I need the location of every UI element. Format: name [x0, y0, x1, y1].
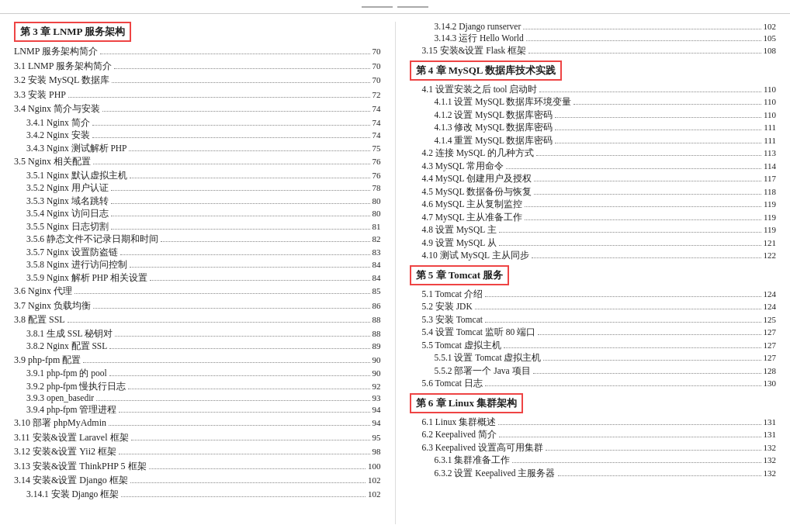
- toc-page-number: 102: [764, 22, 777, 31]
- toc-dots: [130, 482, 366, 483]
- toc-dots: [499, 245, 761, 246]
- toc-dots: [485, 296, 761, 297]
- toc-item-label: 4.8 设置 MySQL 主: [422, 224, 497, 236]
- left-column: 第 3 章 LNMP 服务架构 LNMP 服务架构简介703.1 LNMP 服务…: [0, 14, 395, 532]
- toc-dots: [114, 68, 370, 69]
- toc-item-label: 4.1.2 设置 MySQL 数据库密码: [435, 109, 553, 121]
- toc-dots: [100, 54, 370, 54]
- right-top-toc: 3.14.2 Django runserver1023.14.3 运行 Hell…: [410, 22, 777, 57]
- toc-line: 3.5.8 Nginx 进行访问控制84: [14, 259, 381, 271]
- toc-page-number: 114: [764, 161, 776, 171]
- toc-page-number: 124: [764, 302, 777, 311]
- toc-dots: [130, 267, 370, 268]
- chapter5-label: 第 5 章 Tomcat 服务: [416, 268, 504, 282]
- right-toc4: 4.1 设置安装之后 tool 启动时1104.1.1 设置 MySQL 数据库…: [410, 84, 777, 262]
- toc-item-label: 3.2 安装 MySQL 数据库: [14, 74, 109, 87]
- toc-item-label: 5.5.1 设置 Tomcat 虚拟主机: [435, 352, 542, 364]
- toc-page-number: 90: [372, 368, 381, 378]
- toc-page-number: 121: [764, 238, 777, 247]
- toc-item-label: 3.14.1 安装 Django 框架: [26, 489, 119, 500]
- toc-line: 5.5 Tomcat 虚拟主机127: [410, 340, 777, 351]
- toc-page-number: 111: [764, 136, 776, 145]
- toc-line: 3.3 安装 PHP72: [14, 88, 381, 102]
- toc-page-number: 127: [764, 340, 777, 350]
- toc-dots: [543, 360, 761, 361]
- dot-2: [397, 6, 428, 8]
- toc-dots: [573, 104, 761, 105]
- toc-dots: [102, 111, 370, 112]
- toc-line: 3.5.9 Nginx 解析 PHP 相关设置84: [14, 272, 381, 284]
- toc-line: 3.4 Nginx 简介与安装74: [14, 102, 381, 116]
- toc-page-number: 86: [372, 301, 381, 310]
- toc-page-number: 98: [372, 447, 381, 456]
- toc-line: 3.5.3 Nginx 域名跳转80: [14, 195, 381, 207]
- chapter5-heading: 第 5 章 Tomcat 服务: [410, 265, 510, 285]
- toc-line: 3.14.1 安装 Django 框架102: [14, 489, 381, 500]
- toc-page-number: 102: [368, 475, 381, 485]
- toc-line: 4.7 MySQL 主从准备工作119: [410, 212, 777, 223]
- toc-page-number: 88: [372, 329, 381, 338]
- toc-item-label: 3.4 Nginx 简介与安装: [14, 102, 100, 116]
- toc-item-label: 3.4.2 Nginx 安装: [26, 130, 90, 141]
- toc-dots: [92, 125, 370, 126]
- toc-page-number: 72: [372, 90, 381, 99]
- toc-dots: [74, 293, 370, 294]
- toc-item-label: 4.1.4 重置 MySQL 数据库密码: [435, 135, 553, 147]
- toc-dots: [111, 216, 370, 216]
- toc-page-number: 89: [372, 341, 381, 351]
- toc-dots: [498, 424, 761, 425]
- toc-line: 3.4.1 Nginx 简介74: [14, 117, 381, 129]
- toc-line: 3.14.2 Django runserver102: [410, 22, 777, 31]
- toc-page-number: 132: [764, 455, 777, 465]
- toc-line: 3.10 部署 phpMyAdmin94: [14, 416, 381, 430]
- toc-line: 3.5.7 Nginx 设置防盗链83: [14, 247, 381, 258]
- toc-dots: [121, 496, 366, 497]
- toc-item-label: 3.8 配置 SSL: [14, 313, 65, 326]
- toc-item-label: 6.1 Linux 集群概述: [422, 416, 497, 428]
- toc-line: 3.5.5 Nginx 日志切割81: [14, 221, 381, 233]
- toc-page-number: 94: [372, 405, 381, 414]
- toc-dots: [525, 219, 761, 220]
- toc-page-number: 132: [764, 468, 777, 478]
- toc-page-number: 76: [372, 157, 381, 166]
- toc-line: 4.10 测试 MySQL 主从同步122: [410, 250, 777, 261]
- toc-dots: [92, 137, 370, 138]
- toc-item-label: 3.9.2 php-fpm 慢执行日志: [26, 381, 126, 392]
- toc-line: 3.13 安装&设置 ThinkPHP 5 框架100: [14, 460, 381, 473]
- toc-item-label: 3.5.4 Nginx 访问日志: [26, 208, 109, 219]
- toc-item-label: 3.5 Nginx 相关配置: [14, 155, 91, 168]
- toc-page-number: 124: [764, 289, 777, 299]
- toc-page-number: 119: [764, 199, 776, 209]
- toc-page-number: 88: [372, 315, 381, 324]
- toc-line: 5.5.2 部署一个 Java 项目128: [410, 365, 777, 377]
- toc-dots: [532, 257, 761, 258]
- toc-line: 3.5 Nginx 相关配置76: [14, 155, 381, 168]
- toc-dots: [504, 347, 761, 348]
- toc-item-label: 3.4.1 Nginx 简介: [26, 117, 90, 129]
- toc-line: 6.2 Keepalived 简介131: [410, 429, 777, 440]
- toc-dots: [523, 29, 761, 29]
- toc-item-label: 5.4 设置 Tomcat 监听 80 端口: [422, 326, 536, 338]
- toc-dots: [68, 322, 370, 323]
- chapter3-label: 第 3 章 LNMP 服务架构: [20, 25, 125, 39]
- toc-dots: [526, 40, 761, 41]
- toc-page-number: 102: [368, 489, 381, 499]
- toc-dots: [111, 203, 370, 204]
- toc-item-label: 4.1.1 设置 MySQL 数据库环境变量: [435, 96, 572, 108]
- toc-line: 3.1 LNMP 服务架构简介70: [14, 60, 381, 73]
- toc-item-label: 3.5.8 Nginx 进行访问控制: [26, 259, 127, 271]
- toc-item-label: 6.3.2 设置 Keepalived 主服务器: [435, 468, 556, 479]
- toc-line: 3.5.4 Nginx 访问日志80: [14, 208, 381, 219]
- toc-page-number: 108: [764, 46, 777, 55]
- toc-page-number: 118: [764, 187, 776, 196]
- toc-line: 3.11 安装&设置 Laravel 框架95: [14, 431, 381, 444]
- toc-line: 6.3.2 设置 Keepalived 主服务器132: [410, 468, 777, 479]
- page-dots: [362, 6, 428, 8]
- toc-item-label: LNMP 服务架构简介: [14, 45, 98, 58]
- toc-item-label: 4.4 MySQL 创建用户及授权: [422, 173, 532, 185]
- toc-dots: [129, 150, 369, 151]
- toc-line: 5.5.1 设置 Tomcat 虚拟主机127: [410, 352, 777, 364]
- toc-page-number: 117: [764, 174, 776, 183]
- top-bar: [0, 0, 790, 14]
- toc-dots: [93, 164, 370, 164]
